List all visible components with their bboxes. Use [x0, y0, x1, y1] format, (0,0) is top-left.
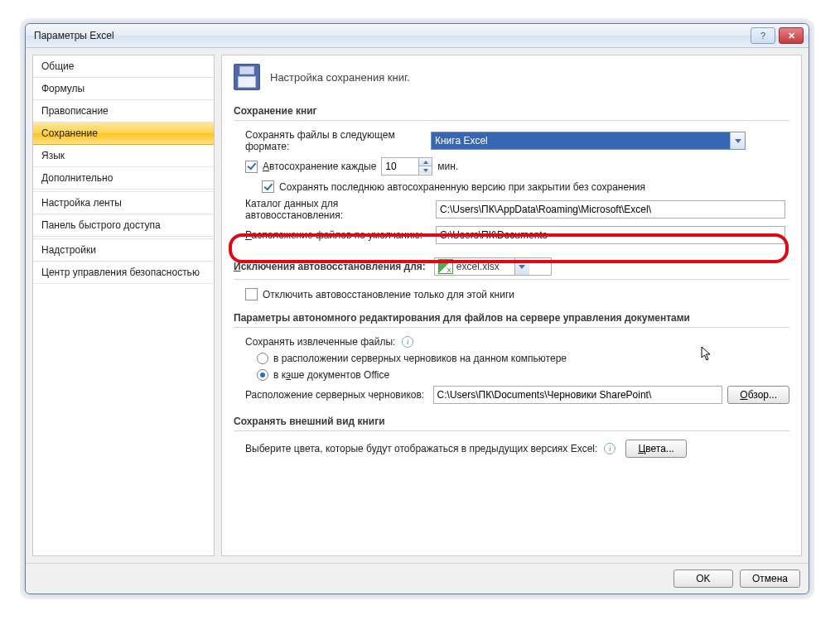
sidebar-item-language[interactable]: Язык [33, 145, 214, 167]
save-format-value: Книга Excel [432, 132, 730, 149]
server-drafts-label: Расположение серверных черновиков: [245, 389, 428, 401]
close-button[interactable]: ✕ [779, 27, 804, 44]
sidebar-item-save[interactable]: Сохранение [33, 123, 214, 145]
ok-button[interactable]: OK [673, 570, 733, 588]
page-title: Настройка сохранения книг. [270, 71, 410, 84]
sidebar-item-customize-ribbon[interactable]: Настройка ленты [33, 191, 214, 214]
save-format-dropdown[interactable]: Книга Excel [431, 132, 746, 150]
sidebar-item-proofing[interactable]: Правописание [33, 100, 214, 123]
disable-autorecover-label: Отключить автовосстановление только для … [263, 289, 514, 300]
colors-prompt-label: Выберите цвета, которые будут отображать… [245, 443, 597, 454]
help-button[interactable]: ? [751, 27, 775, 44]
autosave-label: ААвтосохранение каждыевтосохранение кажд… [263, 161, 376, 172]
excel-options-dialog: Параметры Excel ? ✕ Общие Формулы Правоп… [25, 23, 809, 594]
sidebar-item-general[interactable]: Общие [33, 55, 214, 78]
window-buttons: ? ✕ [751, 27, 804, 44]
spinner-up-icon[interactable] [419, 158, 432, 166]
radio-server-drafts[interactable] [257, 353, 268, 364]
content-panel: Настройка сохранения книг. Сохранение кн… [221, 55, 802, 556]
excel-file-icon [438, 259, 453, 274]
radio-office-cache[interactable] [257, 369, 268, 381]
section-save-header: Сохранение книг [234, 102, 789, 121]
dialog-body: Общие Формулы Правописание Сохранение Яз… [26, 48, 809, 563]
exceptions-file-dropdown[interactable]: excel.xlsx [434, 257, 552, 276]
info-icon[interactable]: i [402, 336, 413, 348]
radio-server-drafts-label: в расположении серверных черновиков на д… [273, 353, 567, 364]
autorecover-catalog-input[interactable] [436, 200, 785, 219]
titlebar: Параметры Excel ? ✕ [26, 24, 809, 48]
autosave-minutes-input[interactable] [382, 158, 418, 175]
autosave-minutes-spinner[interactable] [381, 157, 432, 175]
autosave-checkbox[interactable] [245, 161, 258, 173]
server-drafts-input[interactable] [433, 386, 723, 404]
window-title: Параметры Excel [34, 30, 114, 41]
sidebar-item-addins[interactable]: Надстройки [33, 238, 214, 262]
section-offline-header: Параметры автономного редактирования для… [234, 309, 789, 328]
spinner-down-icon[interactable] [419, 166, 432, 174]
sidebar-item-quick-access[interactable]: Панель быстрого доступа [33, 214, 214, 237]
autosave-suffix: мин. [437, 161, 458, 172]
disable-autorecover-checkbox[interactable] [245, 288, 258, 300]
chevron-down-icon[interactable] [730, 132, 745, 149]
format-label: Сохранять файлы в следующем формате: [245, 129, 426, 152]
colors-button[interactable]: Цвета...Цвета... [625, 440, 686, 458]
cancel-button[interactable]: Отмена [740, 570, 800, 588]
browse-button[interactable]: Обзор...Обзор... [727, 386, 789, 404]
sidebar-item-advanced[interactable]: Дополнительно [33, 167, 214, 190]
radio-office-cache-label: в кэше документов Officeв кэше документо… [273, 369, 389, 381]
sidebar-item-trust-center[interactable]: Центр управления безопасностью [33, 262, 214, 284]
sidebar: Общие Формулы Правописание Сохранение Яз… [32, 55, 215, 556]
section-appearance-header: Сохранять внешний вид книги [234, 412, 789, 431]
exceptions-file-value: excel.xlsx [456, 261, 514, 272]
keep-last-autosaved-label: Сохранять последнюю автосохраненную верс… [279, 181, 645, 193]
default-location-label: Расположение файлов по умолчанию:Располо… [245, 229, 431, 241]
page-header: Настройка сохранения книг. [234, 64, 789, 90]
sidebar-item-formulas[interactable]: Формулы [33, 78, 214, 100]
exceptions-label: Исключения автовосстановления для:Исключ… [234, 261, 426, 272]
save-icon [234, 64, 260, 90]
keep-last-autosaved-checkbox[interactable] [262, 180, 274, 193]
section-exceptions-header: Исключения автовосстановления для:Исключ… [234, 254, 789, 280]
autorecover-catalog-label: Каталог данных для автовосстановления: [245, 198, 431, 221]
chevron-down-icon[interactable] [514, 258, 529, 275]
save-extracted-label: Сохранять извлеченные файлы: [245, 336, 395, 348]
dialog-footer: OK Отмена [26, 563, 809, 594]
default-location-input[interactable] [436, 226, 785, 244]
info-icon[interactable]: i [604, 443, 616, 454]
